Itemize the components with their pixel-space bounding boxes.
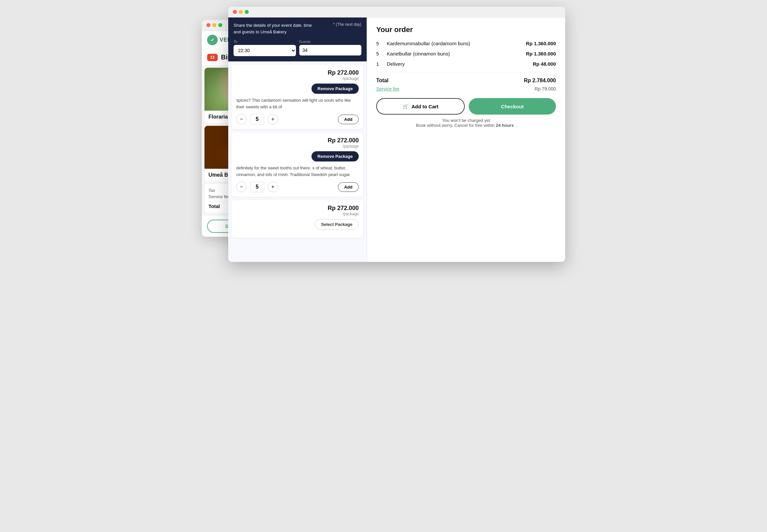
package-price-row-1: Rp 272.000 /package bbox=[236, 69, 359, 81]
next-day-text: * (The next day) bbox=[333, 22, 361, 27]
time-to-block: To 22:30 bbox=[234, 40, 296, 56]
price-amount-1: Rp 272.000 bbox=[328, 69, 359, 76]
order-item-price-2: Rp 1.360.000 bbox=[526, 51, 556, 56]
price-per-2: /package bbox=[328, 144, 359, 149]
total-label: Total bbox=[208, 203, 220, 209]
package-price-1: Rp 272.000 /package bbox=[328, 69, 359, 81]
checkout-button[interactable]: Checkout bbox=[469, 98, 556, 115]
price-amount-3: Rp 272.000 bbox=[328, 205, 359, 212]
guests-block: Guests bbox=[299, 40, 362, 56]
package-description-2: definitely for the sweet tooths out ther… bbox=[236, 165, 359, 178]
order-total-row: Total Rp 2.784.000 bbox=[376, 78, 556, 84]
guests-input[interactable] bbox=[299, 45, 362, 55]
remove-package-button-1[interactable]: Remove Package bbox=[311, 84, 359, 94]
price-amount-2: Rp 272.000 bbox=[328, 137, 359, 144]
main-window: Share the details of your event date, ti… bbox=[228, 7, 565, 262]
order-item-3: 1 Delivery Rp 48.000 bbox=[376, 61, 556, 67]
cart-icon: 🛒 bbox=[403, 103, 409, 109]
select-package-button-3[interactable]: Select Package bbox=[315, 219, 359, 230]
add-cart-label: Add to Cart bbox=[412, 104, 439, 109]
order-total-label: Total bbox=[376, 78, 388, 84]
qty-display-2: 5 bbox=[250, 182, 264, 192]
no-charge-text: You won't be charged yet Book without wo… bbox=[376, 118, 556, 128]
maximize-button[interactable] bbox=[218, 23, 222, 27]
browser-titlebar bbox=[228, 7, 565, 18]
package-price-row-3: Rp 272.000 /package bbox=[236, 205, 359, 216]
guests-label: Guests bbox=[299, 40, 362, 44]
qty-decrease-1[interactable]: − bbox=[236, 114, 247, 124]
minimize-button[interactable] bbox=[212, 23, 216, 27]
price-per-3: /package bbox=[328, 212, 359, 216]
package-action-row-3: Select Package bbox=[236, 219, 359, 230]
cancel-note: Book without worry. Cancel for free with… bbox=[416, 123, 494, 128]
booking-panel: Share the details of your event date, ti… bbox=[228, 18, 367, 262]
close-button[interactable] bbox=[206, 23, 210, 27]
order-item-name-3: Delivery bbox=[387, 61, 529, 67]
order-total-value: Rp 2.784.000 bbox=[524, 78, 556, 84]
browser-close[interactable] bbox=[233, 10, 237, 14]
date-badge: 12 bbox=[207, 54, 218, 61]
qty-increase-2[interactable]: + bbox=[268, 182, 278, 192]
package-action-row-1: Remove Package bbox=[236, 84, 359, 94]
order-service-row: Service fee Rp 79.000 bbox=[376, 86, 556, 91]
add-button-2[interactable]: Add bbox=[338, 182, 359, 192]
order-qty-1: 5 bbox=[376, 41, 383, 46]
package-action-row-2: Remove Package bbox=[236, 151, 359, 161]
service-label: Service fee bbox=[208, 194, 230, 199]
time-to-label: To bbox=[234, 40, 296, 44]
time-guests-row: To 22:30 Guests bbox=[228, 40, 367, 61]
package-price-3: Rp 272.000 /package bbox=[328, 205, 359, 216]
package-qty-row-1: − 5 + Add bbox=[236, 114, 359, 124]
package-card-2: Rp 272.000 /package Remove Package defin… bbox=[232, 132, 363, 197]
package-description-1: spices? This cardamom sensation will lig… bbox=[236, 97, 359, 110]
browser-maximize[interactable] bbox=[245, 10, 249, 14]
order-panel: Your order 5 Kardemummabullar (cardamom … bbox=[367, 18, 565, 262]
qty-display-1: 5 bbox=[250, 114, 264, 124]
order-item-1: 5 Kardemummabullar (cardamom buns) Rp 1.… bbox=[376, 41, 556, 46]
service-fee-label[interactable]: Service fee bbox=[376, 86, 399, 91]
order-qty-3: 1 bbox=[376, 61, 383, 67]
order-qty-2: 5 bbox=[376, 51, 383, 56]
no-charge-main: You won't be charged yet bbox=[442, 118, 490, 123]
qty-increase-1[interactable]: + bbox=[268, 114, 278, 124]
order-item-price-3: Rp 48.000 bbox=[533, 61, 556, 67]
vendor-name-florist: Floraria bbox=[208, 114, 228, 120]
browser-minimize[interactable] bbox=[239, 10, 243, 14]
package-card-1: Rp 272.000 /package Remove Package spice… bbox=[232, 65, 363, 129]
qty-decrease-2[interactable]: − bbox=[236, 182, 247, 192]
booking-header: Share the details of your event date, ti… bbox=[228, 18, 367, 40]
time-to-select[interactable]: 22:30 bbox=[234, 45, 296, 56]
main-content: Share the details of your event date, ti… bbox=[228, 18, 565, 262]
tax-label: Tax bbox=[208, 188, 215, 193]
package-card-3: Rp 272.000 /package Select Package bbox=[232, 200, 363, 238]
order-item-2: 5 Kanelbullar (cinnamon buns) Rp 1.360.0… bbox=[376, 51, 556, 56]
period: . bbox=[515, 123, 516, 128]
order-item-name-2: Kanelbullar (cinnamon buns) bbox=[387, 51, 522, 56]
service-fee-value: Rp 79.000 bbox=[534, 86, 556, 91]
remove-package-button-2[interactable]: Remove Package bbox=[311, 151, 359, 161]
add-button-1[interactable]: Add bbox=[338, 115, 359, 124]
order-divider bbox=[376, 72, 556, 72]
package-qty-row-2: − 5 + Add bbox=[236, 182, 359, 192]
logo-icon: ✓ bbox=[207, 35, 218, 45]
order-buttons: 🛒 Add to Cart Checkout bbox=[376, 98, 556, 115]
booking-header-text: Share the details of your event date, ti… bbox=[234, 22, 319, 35]
order-title: Your order bbox=[376, 25, 556, 34]
add-to-cart-button[interactable]: 🛒 Add to Cart bbox=[376, 98, 465, 115]
hours-bold: 24 hours bbox=[496, 123, 514, 128]
package-price-row-2: Rp 272.000 /package bbox=[236, 137, 359, 149]
order-item-price-1: Rp 1.360.000 bbox=[526, 41, 556, 46]
price-per-1: /package bbox=[328, 76, 359, 81]
package-price-2: Rp 272.000 /package bbox=[328, 137, 359, 149]
order-item-name-1: Kardemummabullar (cardamom buns) bbox=[387, 41, 522, 46]
